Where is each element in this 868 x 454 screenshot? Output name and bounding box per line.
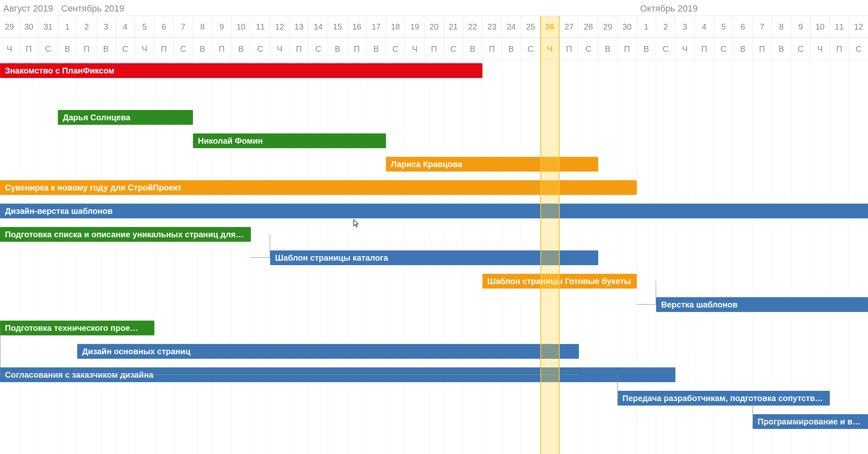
weekday-cell: Ч xyxy=(811,38,830,60)
day-number-cell[interactable]: 11 xyxy=(830,16,849,38)
grid-column xyxy=(830,60,849,454)
day-number-cell[interactable]: 4 xyxy=(695,16,714,38)
gantt-task-bar[interactable]: Дизайн-верстка шаблонов xyxy=(0,204,868,218)
day-number-cell[interactable]: 29 xyxy=(598,16,618,38)
day-number-cell[interactable]: 1 xyxy=(58,16,77,38)
weekday-cell: П xyxy=(695,38,714,60)
day-number-cell[interactable]: 7 xyxy=(174,16,193,38)
grid-column xyxy=(39,60,58,454)
weekday-cell: П xyxy=(154,38,174,60)
day-number-cell[interactable]: 13 xyxy=(289,16,309,38)
weekday-cell: В xyxy=(193,38,212,60)
day-number-cell[interactable]: 12 xyxy=(849,16,868,38)
gantt-task-bar[interactable]: Шаблон страницы Готовые букеты xyxy=(482,274,637,289)
weekday-cell: В xyxy=(637,38,656,60)
day-number-cell[interactable]: 9 xyxy=(791,16,811,38)
day-number-cell[interactable]: 5 xyxy=(135,16,154,38)
day-number-cell[interactable]: 11 xyxy=(251,16,270,38)
weekday-cell: С xyxy=(174,38,193,60)
dependency-link xyxy=(637,281,656,305)
dependency-link xyxy=(753,398,830,422)
weekday-cell: В xyxy=(502,38,521,60)
day-number-cell[interactable]: 27 xyxy=(560,16,579,38)
day-number-cell[interactable]: 25 xyxy=(521,16,540,38)
day-number-cell[interactable]: 2 xyxy=(77,16,96,38)
day-number-cell[interactable]: 29 xyxy=(0,16,19,38)
day-number-cell[interactable]: 28 xyxy=(579,16,598,38)
weekday-cell: П xyxy=(753,38,772,60)
day-number-cell[interactable]: 18 xyxy=(386,16,405,38)
weekday-cell: П xyxy=(19,38,39,60)
grid-column xyxy=(849,60,868,454)
day-number-cell[interactable]: 2 xyxy=(656,16,675,38)
gantt-task-bar[interactable]: Знакомство с ПланФиксом xyxy=(0,63,482,78)
weekday-cell: П xyxy=(830,38,849,60)
day-number-cell[interactable]: 10 xyxy=(232,16,251,38)
month-label: Сентябрь 2019 xyxy=(61,3,124,14)
day-number-cell[interactable]: 12 xyxy=(270,16,289,38)
day-number-cell[interactable]: 17 xyxy=(367,16,386,38)
weekday-cell: П xyxy=(425,38,444,60)
dependency-link xyxy=(618,375,675,398)
day-number-cell[interactable]: 21 xyxy=(444,16,463,38)
weekday-cell: Ч xyxy=(405,38,425,60)
weekday-cell: С xyxy=(444,38,463,60)
weekday-cell: В xyxy=(733,38,753,60)
weekday-cell: В xyxy=(232,38,251,60)
weekday-cell: Ч xyxy=(135,38,154,60)
grid-column xyxy=(212,60,232,454)
day-number-cell[interactable]: 3 xyxy=(96,16,116,38)
weekday-cell: С xyxy=(791,38,811,60)
day-number-cell[interactable]: 31 xyxy=(39,16,58,38)
day-number-cell[interactable]: 22 xyxy=(463,16,482,38)
gantt-body[interactable]: Знакомство с ПланФиксомДарья СолнцеваНик… xyxy=(0,60,868,454)
day-number-cell[interactable]: 6 xyxy=(733,16,753,38)
weekday-cell: С xyxy=(656,38,675,60)
dependency-link xyxy=(251,234,270,258)
weekday-cell: С xyxy=(386,38,405,60)
day-number-cell[interactable]: 8 xyxy=(193,16,212,38)
day-number-cell[interactable]: 15 xyxy=(328,16,347,38)
gantt-task-bar[interactable]: Николай Фомин xyxy=(193,133,386,148)
day-number-cell[interactable]: 16 xyxy=(347,16,367,38)
month-label: Октябрь 2019 xyxy=(640,3,698,14)
gantt-task-bar[interactable]: Лариса Кравцова xyxy=(386,157,598,172)
gantt-task-bar[interactable]: Подготовка списка и описание уникальных … xyxy=(0,227,251,242)
day-number-cell[interactable]: 5 xyxy=(714,16,733,38)
day-number-cell[interactable]: 23 xyxy=(482,16,502,38)
gantt-chart[interactable]: Август 2019Сентябрь 2019Октябрь 2019 293… xyxy=(0,0,868,454)
day-number-cell[interactable]: 19 xyxy=(405,16,425,38)
weekday-cell: С xyxy=(579,38,598,60)
day-number-cell[interactable]: 4 xyxy=(116,16,135,38)
month-header-row: Август 2019Сентябрь 2019Октябрь 2019 xyxy=(0,0,868,16)
day-number-cell[interactable]: 24 xyxy=(502,16,521,38)
gantt-task-bar[interactable]: Верстка шаблонов xyxy=(656,297,868,312)
weekday-cell: С xyxy=(714,38,733,60)
day-number-cell[interactable]: 8 xyxy=(772,16,791,38)
day-number-cell[interactable]: 7 xyxy=(753,16,772,38)
day-number-cell[interactable]: 30 xyxy=(19,16,39,38)
day-number-cell[interactable]: 1 xyxy=(637,16,656,38)
weekday-cell: П xyxy=(289,38,309,60)
weekday-cell: В xyxy=(463,38,482,60)
grid-column xyxy=(232,60,251,454)
day-number-cell[interactable]: 30 xyxy=(618,16,637,38)
weekday-cell: В xyxy=(772,38,791,60)
grid-column xyxy=(598,60,618,454)
day-number-row: 2930311234567891011121314151617181920212… xyxy=(0,16,868,38)
weekday-cell: С xyxy=(39,38,58,60)
month-label: Август 2019 xyxy=(3,3,53,14)
weekday-cell: П xyxy=(482,38,502,60)
day-number-cell[interactable]: 3 xyxy=(675,16,695,38)
weekday-cell: С xyxy=(116,38,135,60)
weekday-cell: В xyxy=(598,38,618,60)
day-number-cell[interactable]: 9 xyxy=(212,16,232,38)
day-number-cell[interactable]: 6 xyxy=(154,16,174,38)
gantt-task-bar[interactable]: Дарья Солнцева xyxy=(58,110,193,125)
weekday-cell: С xyxy=(251,38,270,60)
weekday-cell: Ч xyxy=(270,38,289,60)
day-number-cell[interactable]: 20 xyxy=(425,16,444,38)
cursor-icon xyxy=(353,219,361,229)
day-number-cell[interactable]: 10 xyxy=(811,16,830,38)
day-number-cell[interactable]: 14 xyxy=(309,16,328,38)
